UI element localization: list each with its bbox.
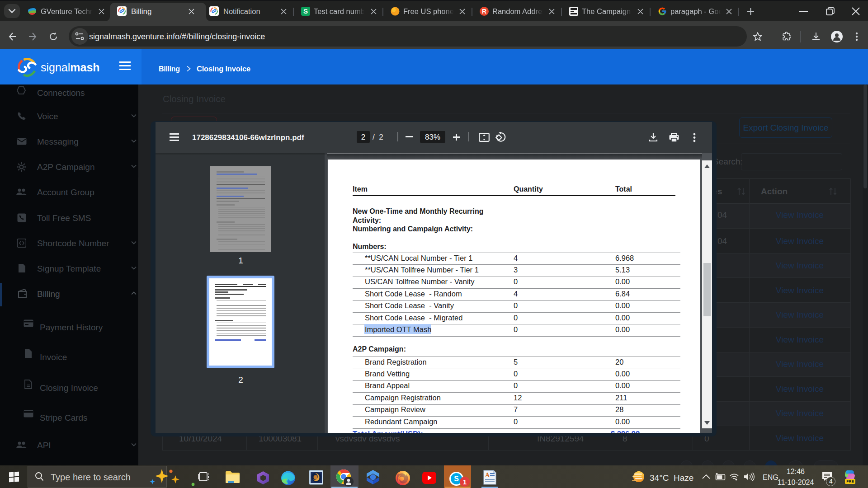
svg-text:A: A [485,472,490,479]
svg-text:S: S [454,475,459,483]
